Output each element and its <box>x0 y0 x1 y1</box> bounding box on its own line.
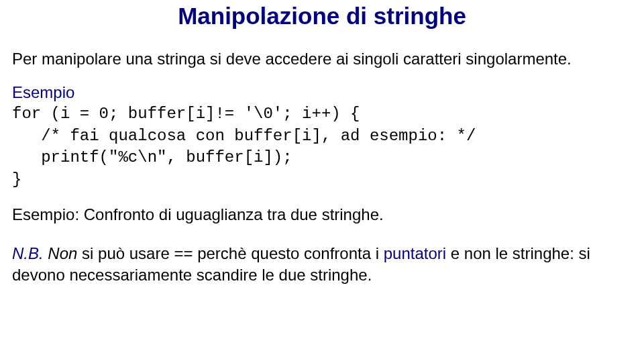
page-title: Manipolazione di stringhe <box>0 3 644 30</box>
example-compare: Esempio: Confronto di uguaglianza tra du… <box>0 205 644 224</box>
code-line-4: } <box>12 170 21 189</box>
nb-italic-word: Non <box>48 244 77 262</box>
nb-label: N.B. <box>12 244 44 262</box>
nb-paragraph: N.B. Non si può usare == perchè questo c… <box>0 243 644 287</box>
code-block: for (i = 0; buffer[i]!= '\0'; i++) { /* … <box>0 103 644 191</box>
code-line-2: /* fai qualcosa con buffer[i], ad esempi… <box>12 127 476 145</box>
code-line-1: for (i = 0; buffer[i]!= '\0'; i++) { <box>12 105 360 123</box>
nb-text-1: si può usare == perchè questo confronta … <box>77 244 383 262</box>
example-label: Esempio <box>0 83 644 102</box>
nb-blue-word: puntatori <box>384 244 446 262</box>
intro-paragraph: Per manipolare una stringa si deve acced… <box>0 48 644 70</box>
code-line-3: printf("%c\n", buffer[i]); <box>12 148 292 166</box>
